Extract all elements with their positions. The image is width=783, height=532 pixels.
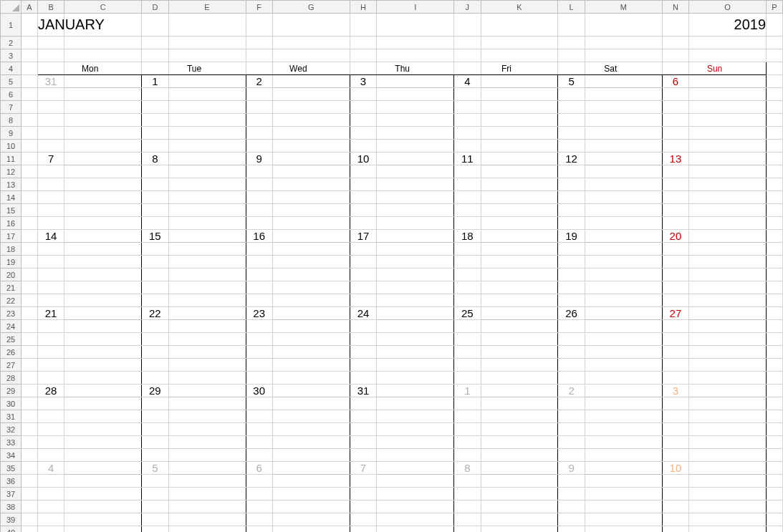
cell[interactable] [142,62,168,75]
cell[interactable] [454,269,481,281]
cell[interactable] [37,165,64,178]
cell[interactable] [689,37,767,49]
row-header[interactable]: 20 [1,269,21,281]
cell[interactable] [168,281,246,294]
cell[interactable] [21,88,38,101]
cell[interactable] [21,75,38,88]
cell[interactable] [37,101,64,114]
cell[interactable] [558,449,585,462]
row-header[interactable]: 26 [1,346,21,359]
cell[interactable] [377,372,454,385]
cell[interactable] [350,165,376,178]
cell[interactable] [689,385,767,397]
cell[interactable] [454,165,481,178]
cell[interactable] [37,256,64,269]
cell[interactable] [662,114,688,127]
cell[interactable] [689,230,767,243]
cell[interactable] [558,488,585,500]
cell[interactable] [454,217,481,230]
cell[interactable] [558,114,585,127]
cell[interactable] [585,359,662,372]
cell[interactable] [350,372,376,385]
cell[interactable] [377,410,454,423]
cell[interactable] [350,449,376,462]
cell[interactable] [585,75,662,88]
cell[interactable] [272,281,350,294]
cell[interactable] [558,423,585,436]
cell[interactable] [662,320,688,333]
cell[interactable] [64,346,142,359]
cell[interactable] [558,191,585,204]
cell[interactable] [272,204,350,217]
row-header[interactable]: 5 [1,75,21,88]
cell[interactable] [377,307,454,320]
cell[interactable] [168,359,246,372]
cell[interactable] [350,436,376,449]
cell[interactable] [142,294,168,307]
cell[interactable] [142,243,168,256]
row-header[interactable]: 19 [1,256,21,269]
cell[interactable] [350,14,376,37]
cell[interactable] [350,256,376,269]
cell[interactable] [689,372,767,385]
cell[interactable] [21,423,38,436]
cell[interactable] [481,333,558,346]
cell[interactable] [767,114,783,127]
cell[interactable] [350,269,376,281]
col-header[interactable]: G [272,1,350,14]
cell[interactable] [585,488,662,500]
row-header[interactable]: 16 [1,217,21,230]
cell[interactable] [37,281,64,294]
cell[interactable] [21,37,38,49]
cell[interactable] [377,333,454,346]
cell[interactable] [454,281,481,294]
cell[interactable] [454,488,481,500]
cell[interactable] [64,449,142,462]
cell[interactable] [689,140,767,153]
cell[interactable] [481,500,558,513]
cell[interactable] [37,217,64,230]
cell[interactable] [377,359,454,372]
cell[interactable] [662,281,688,294]
cell[interactable] [481,37,558,49]
cell[interactable] [481,410,558,423]
cell[interactable] [689,269,767,281]
cell[interactable] [37,359,64,372]
cell[interactable] [350,178,376,191]
cell[interactable] [767,462,783,475]
cell[interactable] [454,372,481,385]
cell[interactable] [168,294,246,307]
cell[interactable] [377,513,454,526]
cell[interactable] [767,346,783,359]
cell[interactable] [168,230,246,243]
cell[interactable] [350,397,376,410]
cell[interactable] [662,178,688,191]
cell[interactable] [350,410,376,423]
cell[interactable] [689,191,767,204]
cell[interactable] [64,372,142,385]
row-header[interactable]: 7 [1,101,21,114]
cell[interactable] [767,269,783,281]
cell[interactable] [272,500,350,513]
cell[interactable] [689,243,767,256]
cell[interactable] [142,204,168,217]
cell[interactable] [168,140,246,153]
cell[interactable] [21,320,38,333]
cell[interactable] [481,359,558,372]
cell[interactable] [454,178,481,191]
cell[interactable] [689,436,767,449]
cell[interactable] [454,320,481,333]
cell[interactable] [168,49,246,62]
cell[interactable] [558,281,585,294]
cell[interactable] [481,488,558,500]
cell[interactable] [585,256,662,269]
cell[interactable] [64,423,142,436]
cell[interactable] [350,243,376,256]
cell[interactable] [377,320,454,333]
cell[interactable] [142,127,168,140]
cell[interactable] [350,88,376,101]
cell[interactable] [481,204,558,217]
cell[interactable] [37,526,64,533]
cell[interactable] [558,127,585,140]
cell[interactable] [767,49,783,62]
